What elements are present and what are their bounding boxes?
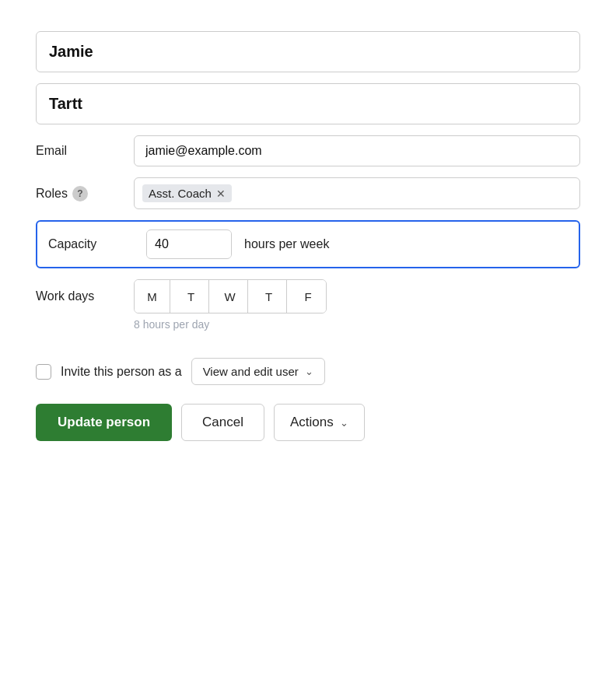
last-name-input[interactable]: [36, 83, 580, 124]
day-button-thursday[interactable]: T: [251, 280, 287, 313]
email-row: Email: [36, 135, 580, 166]
day-button-wednesday[interactable]: W: [212, 280, 248, 313]
workdays-label: Work days: [36, 289, 121, 303]
role-remove-button[interactable]: ✕: [216, 188, 226, 199]
chevron-down-icon: ⌄: [305, 366, 313, 377]
workdays-inline: Work days M T W T F: [36, 279, 580, 313]
update-person-button[interactable]: Update person: [36, 404, 172, 441]
email-label: Email: [36, 144, 121, 158]
actions-chevron-icon: ⌄: [340, 417, 348, 429]
invite-row: Invite this person as a View and edit us…: [36, 358, 580, 385]
day-button-tuesday[interactable]: T: [173, 280, 209, 313]
roles-field-wrapper: Asst. Coach ✕: [134, 177, 580, 209]
user-edit-form: Email Roles ? Asst. Coach ✕ Capacity: [36, 31, 580, 441]
email-field-wrapper: [134, 135, 580, 166]
action-buttons: Update person Cancel Actions ⌄: [36, 404, 580, 441]
day-button-monday[interactable]: M: [135, 280, 170, 313]
roles-input[interactable]: Asst. Coach ✕: [134, 177, 580, 209]
roles-help-icon[interactable]: ?: [72, 186, 88, 201]
capacity-row: Capacity ▲ ▼ hours per week: [36, 220, 580, 268]
capacity-label: Capacity: [48, 237, 134, 251]
day-buttons: M T W T F: [134, 279, 327, 313]
invite-dropdown-label: View and edit user: [203, 365, 299, 378]
workdays-row: Work days M T W T F 8 hours per day: [36, 279, 580, 331]
spacer: [36, 341, 580, 342]
actions-button-label: Actions: [290, 415, 334, 430]
roles-row: Roles ? Asst. Coach ✕: [36, 177, 580, 209]
hours-hint: 8 hours per day: [134, 318, 580, 331]
capacity-input[interactable]: [147, 231, 232, 257]
invite-dropdown[interactable]: View and edit user ⌄: [191, 358, 325, 385]
roles-label: Roles ?: [36, 186, 121, 201]
invite-checkbox[interactable]: [36, 364, 51, 380]
role-tag-asst-coach: Asst. Coach ✕: [142, 184, 232, 202]
first-name-input[interactable]: [36, 31, 580, 72]
capacity-unit: hours per week: [244, 237, 329, 251]
actions-button[interactable]: Actions ⌄: [274, 404, 365, 441]
day-button-friday[interactable]: F: [290, 280, 326, 313]
email-input[interactable]: [134, 135, 580, 166]
invite-text: Invite this person as a: [61, 365, 182, 379]
cancel-button[interactable]: Cancel: [181, 404, 264, 441]
capacity-spinner[interactable]: ▲ ▼: [146, 229, 232, 259]
